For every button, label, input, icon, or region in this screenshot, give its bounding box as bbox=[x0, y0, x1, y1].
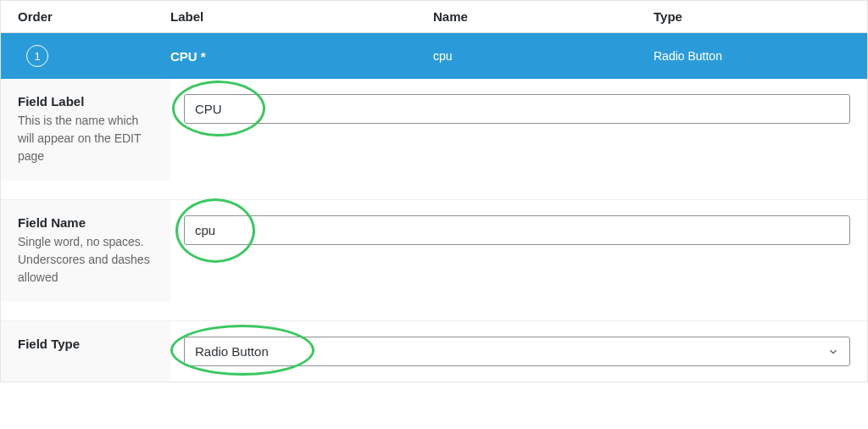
cell-name: cpu bbox=[433, 49, 654, 63]
header-order: Order bbox=[1, 9, 170, 24]
field-type-title: Field Type bbox=[18, 337, 157, 351]
row-field-name: Field Name Single word, no spaces. Under… bbox=[1, 200, 867, 321]
field-name-desc: Single word, no spaces. Underscores and … bbox=[18, 233, 157, 287]
row-field-type: Field Type Radio Button bbox=[1, 321, 867, 382]
header-name: Name bbox=[433, 9, 654, 24]
field-row-selected[interactable]: 1 CPU * cpu Radio Button bbox=[1, 33, 867, 79]
field-label-input[interactable] bbox=[184, 94, 850, 124]
field-label-labelcol: Field Label This is the name which will … bbox=[1, 79, 170, 181]
field-name-title: Field Name bbox=[18, 215, 157, 230]
field-type-labelcol: Field Type bbox=[1, 321, 170, 382]
row-field-label: Field Label This is the name which will … bbox=[1, 79, 867, 200]
field-table: Order Label Name Type 1 CPU * cpu Radio … bbox=[0, 0, 868, 382]
cell-order: 1 bbox=[1, 45, 170, 67]
field-label-title: Field Label bbox=[18, 94, 157, 109]
chevron-down-icon bbox=[827, 346, 839, 358]
field-name-labelcol: Field Name Single word, no spaces. Under… bbox=[1, 200, 170, 302]
cell-type: Radio Button bbox=[654, 49, 867, 63]
field-type-value: Radio Button bbox=[195, 344, 269, 359]
order-badge: 1 bbox=[26, 45, 48, 67]
field-name-input[interactable] bbox=[184, 215, 850, 245]
field-name-inputcol bbox=[170, 215, 867, 245]
field-label-desc: This is the name which will appear on th… bbox=[18, 112, 157, 165]
field-type-inputcol: Radio Button bbox=[170, 337, 867, 366]
cell-label: CPU * bbox=[170, 49, 433, 64]
header-type: Type bbox=[654, 9, 867, 24]
header-label: Label bbox=[170, 9, 433, 24]
field-label-inputcol bbox=[170, 94, 867, 124]
field-type-select[interactable]: Radio Button bbox=[184, 337, 850, 366]
table-header-row: Order Label Name Type bbox=[1, 0, 867, 33]
